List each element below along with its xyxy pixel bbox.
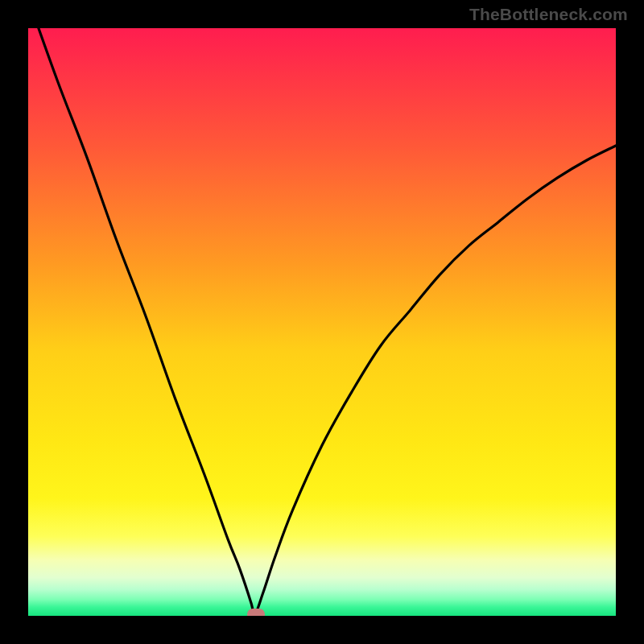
plot-area	[28, 28, 616, 616]
optimal-point-marker	[247, 609, 265, 616]
chart-frame: TheBottleneck.com	[0, 0, 644, 644]
bottleneck-curve	[28, 28, 616, 616]
watermark-label: TheBottleneck.com	[469, 5, 628, 24]
